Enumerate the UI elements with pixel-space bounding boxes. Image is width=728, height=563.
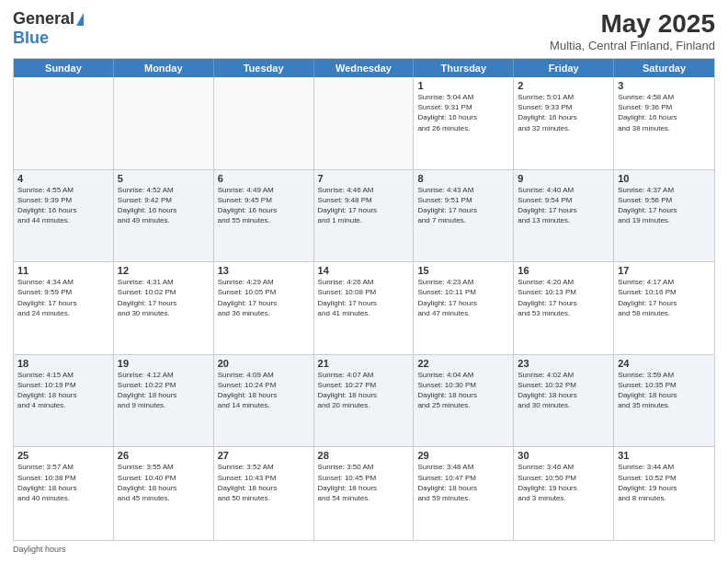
calendar-row-2: 4Sunrise: 4:55 AM Sunset: 9:39 PM Daylig… xyxy=(14,170,714,263)
day-header-thursday: Thursday xyxy=(414,59,514,77)
day-cell-14: 14Sunrise: 4:26 AM Sunset: 10:08 PM Dayl… xyxy=(314,262,415,354)
cell-info-text: Sunrise: 3:57 AM Sunset: 10:38 PM Daylig… xyxy=(17,462,109,503)
cell-info-text: Sunrise: 4:26 AM Sunset: 10:08 PM Daylig… xyxy=(318,277,410,318)
cell-info-text: Sunrise: 4:29 AM Sunset: 10:05 PM Daylig… xyxy=(218,277,310,318)
empty-cell xyxy=(114,77,214,169)
cell-date-number: 23 xyxy=(518,358,609,369)
cell-date-number: 31 xyxy=(618,450,711,461)
cell-info-text: Sunrise: 4:09 AM Sunset: 10:24 PM Daylig… xyxy=(218,370,310,411)
page: General Blue May 2025 Multia, Central Fi… xyxy=(0,0,728,563)
cell-info-text: Sunrise: 4:58 AM Sunset: 9:36 PM Dayligh… xyxy=(618,92,711,133)
cell-date-number: 28 xyxy=(318,450,410,461)
day-cell-10: 10Sunrise: 4:37 AM Sunset: 9:56 PM Dayli… xyxy=(614,170,714,262)
day-cell-7: 7Sunrise: 4:46 AM Sunset: 9:48 PM Daylig… xyxy=(314,170,415,262)
cell-date-number: 22 xyxy=(417,358,509,369)
cell-date-number: 17 xyxy=(618,265,711,276)
cell-info-text: Sunrise: 3:44 AM Sunset: 10:52 PM Daylig… xyxy=(618,462,711,503)
cell-info-text: Sunrise: 4:04 AM Sunset: 10:30 PM Daylig… xyxy=(417,370,509,411)
logo-general-text: General xyxy=(13,9,74,29)
cell-date-number: 9 xyxy=(518,173,609,184)
cell-date-number: 15 xyxy=(417,265,509,276)
day-cell-19: 19Sunrise: 4:12 AM Sunset: 10:22 PM Dayl… xyxy=(114,355,214,447)
cell-date-number: 18 xyxy=(17,358,109,369)
day-cell-6: 6Sunrise: 4:49 AM Sunset: 9:45 PM Daylig… xyxy=(214,170,314,262)
day-cell-1: 1Sunrise: 5:04 AM Sunset: 9:31 PM Daylig… xyxy=(414,77,514,169)
day-header-wednesday: Wednesday xyxy=(314,59,415,77)
cell-info-text: Sunrise: 4:07 AM Sunset: 10:27 PM Daylig… xyxy=(318,370,410,411)
cell-info-text: Sunrise: 4:43 AM Sunset: 9:51 PM Dayligh… xyxy=(417,185,509,226)
day-cell-9: 9Sunrise: 4:40 AM Sunset: 9:54 PM Daylig… xyxy=(514,170,614,262)
cell-date-number: 1 xyxy=(417,80,509,91)
day-header-sunday: Sunday xyxy=(14,59,114,77)
day-cell-31: 31Sunrise: 3:44 AM Sunset: 10:52 PM Dayl… xyxy=(614,447,714,540)
calendar-subtitle: Multia, Central Finland, Finland xyxy=(550,39,715,52)
day-header-tuesday: Tuesday xyxy=(214,59,314,77)
cell-info-text: Sunrise: 4:15 AM Sunset: 10:19 PM Daylig… xyxy=(17,370,109,411)
day-cell-11: 11Sunrise: 4:34 AM Sunset: 9:59 PM Dayli… xyxy=(14,262,114,354)
cell-info-text: Sunrise: 4:34 AM Sunset: 9:59 PM Dayligh… xyxy=(17,277,109,318)
day-cell-15: 15Sunrise: 4:23 AM Sunset: 10:11 PM Dayl… xyxy=(414,262,514,354)
day-cell-23: 23Sunrise: 4:02 AM Sunset: 10:32 PM Dayl… xyxy=(514,355,614,447)
day-cell-4: 4Sunrise: 4:55 AM Sunset: 9:39 PM Daylig… xyxy=(14,170,114,262)
day-cell-8: 8Sunrise: 4:43 AM Sunset: 9:51 PM Daylig… xyxy=(414,170,514,262)
cell-date-number: 5 xyxy=(118,173,210,184)
day-cell-18: 18Sunrise: 4:15 AM Sunset: 10:19 PM Dayl… xyxy=(14,355,114,447)
cell-info-text: Sunrise: 4:46 AM Sunset: 9:48 PM Dayligh… xyxy=(318,185,410,226)
cell-info-text: Sunrise: 5:01 AM Sunset: 9:33 PM Dayligh… xyxy=(518,92,609,133)
cell-info-text: Sunrise: 4:37 AM Sunset: 9:56 PM Dayligh… xyxy=(618,185,711,226)
cell-info-text: Sunrise: 4:17 AM Sunset: 10:16 PM Daylig… xyxy=(618,277,711,318)
cell-info-text: Sunrise: 4:49 AM Sunset: 9:45 PM Dayligh… xyxy=(218,185,310,226)
calendar-header: SundayMondayTuesdayWednesdayThursdayFrid… xyxy=(14,59,714,77)
day-cell-25: 25Sunrise: 3:57 AM Sunset: 10:38 PM Dayl… xyxy=(14,447,114,540)
cell-date-number: 13 xyxy=(218,265,310,276)
cell-info-text: Sunrise: 5:04 AM Sunset: 9:31 PM Dayligh… xyxy=(417,92,509,133)
calendar-body: 1Sunrise: 5:04 AM Sunset: 9:31 PM Daylig… xyxy=(14,77,714,540)
cell-info-text: Sunrise: 4:23 AM Sunset: 10:11 PM Daylig… xyxy=(417,277,509,318)
cell-date-number: 27 xyxy=(218,450,310,461)
cell-info-text: Sunrise: 4:02 AM Sunset: 10:32 PM Daylig… xyxy=(518,370,609,411)
day-cell-20: 20Sunrise: 4:09 AM Sunset: 10:24 PM Dayl… xyxy=(214,355,314,447)
cell-date-number: 2 xyxy=(518,80,609,91)
day-cell-17: 17Sunrise: 4:17 AM Sunset: 10:16 PM Dayl… xyxy=(614,262,714,354)
cell-date-number: 20 xyxy=(218,358,310,369)
day-cell-27: 27Sunrise: 3:52 AM Sunset: 10:43 PM Dayl… xyxy=(214,447,314,540)
day-cell-21: 21Sunrise: 4:07 AM Sunset: 10:27 PM Dayl… xyxy=(314,355,415,447)
day-cell-29: 29Sunrise: 3:48 AM Sunset: 10:47 PM Dayl… xyxy=(414,447,514,540)
day-header-saturday: Saturday xyxy=(614,59,714,77)
cell-info-text: Sunrise: 3:50 AM Sunset: 10:45 PM Daylig… xyxy=(318,462,410,503)
cell-info-text: Sunrise: 4:55 AM Sunset: 9:39 PM Dayligh… xyxy=(17,185,109,226)
day-header-friday: Friday xyxy=(514,59,614,77)
cell-info-text: Sunrise: 3:55 AM Sunset: 10:40 PM Daylig… xyxy=(118,462,210,503)
cell-date-number: 30 xyxy=(518,450,609,461)
day-cell-22: 22Sunrise: 4:04 AM Sunset: 10:30 PM Dayl… xyxy=(414,355,514,447)
cell-info-text: Sunrise: 4:31 AM Sunset: 10:02 PM Daylig… xyxy=(118,277,210,318)
cell-date-number: 11 xyxy=(17,265,109,276)
cell-date-number: 7 xyxy=(318,173,410,184)
logo-triangle-icon xyxy=(76,13,84,26)
cell-date-number: 25 xyxy=(17,450,109,461)
empty-cell xyxy=(214,77,314,169)
day-cell-30: 30Sunrise: 3:46 AM Sunset: 10:50 PM Dayl… xyxy=(514,447,614,540)
logo: General Blue xyxy=(13,9,84,48)
cell-date-number: 26 xyxy=(118,450,210,461)
calendar-title: May 2025 xyxy=(550,9,715,39)
day-cell-28: 28Sunrise: 3:50 AM Sunset: 10:45 PM Dayl… xyxy=(314,447,415,540)
cell-date-number: 3 xyxy=(618,80,711,91)
cell-date-number: 24 xyxy=(618,358,711,369)
day-cell-2: 2Sunrise: 5:01 AM Sunset: 9:33 PM Daylig… xyxy=(514,77,614,169)
cell-info-text: Sunrise: 4:40 AM Sunset: 9:54 PM Dayligh… xyxy=(518,185,609,226)
cell-date-number: 6 xyxy=(218,173,310,184)
day-header-monday: Monday xyxy=(114,59,214,77)
calendar-row-5: 25Sunrise: 3:57 AM Sunset: 10:38 PM Dayl… xyxy=(14,447,714,540)
cell-info-text: Sunrise: 4:12 AM Sunset: 10:22 PM Daylig… xyxy=(118,370,210,411)
cell-date-number: 16 xyxy=(518,265,609,276)
day-cell-12: 12Sunrise: 4:31 AM Sunset: 10:02 PM Dayl… xyxy=(114,262,214,354)
cell-info-text: Sunrise: 3:48 AM Sunset: 10:47 PM Daylig… xyxy=(417,462,509,503)
calendar-row-1: 1Sunrise: 5:04 AM Sunset: 9:31 PM Daylig… xyxy=(14,77,714,170)
logo-blue-text: Blue xyxy=(13,29,49,48)
cell-date-number: 4 xyxy=(17,173,109,184)
empty-cell xyxy=(14,77,114,169)
cell-info-text: Sunrise: 3:52 AM Sunset: 10:43 PM Daylig… xyxy=(218,462,310,503)
calendar: SundayMondayTuesdayWednesdayThursdayFrid… xyxy=(13,58,715,541)
cell-date-number: 8 xyxy=(417,173,509,184)
